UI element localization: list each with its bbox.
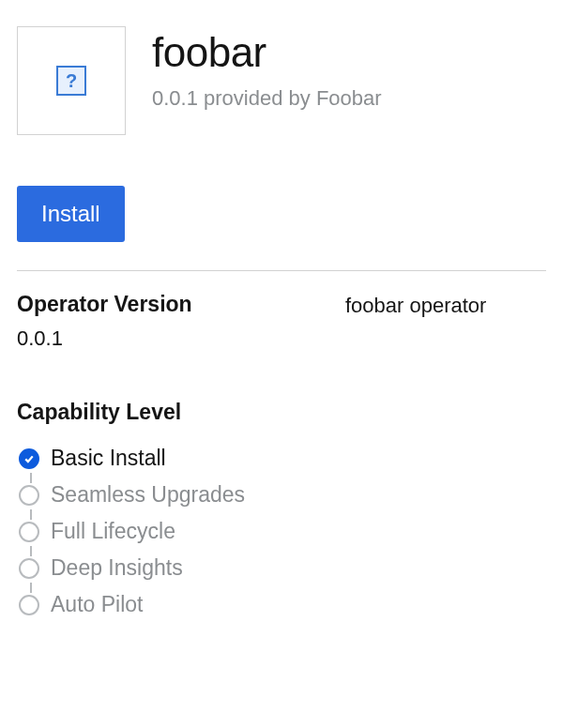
capability-level-item: Basic Install bbox=[19, 440, 327, 477]
capability-level-label: Auto Pilot bbox=[51, 592, 143, 617]
capability-connector bbox=[30, 583, 32, 593]
placeholder-glyph: ? bbox=[66, 70, 77, 92]
action-row: Install bbox=[17, 186, 546, 242]
capability-level-item: Seamless Upgrades bbox=[19, 477, 327, 513]
details-right-column: foobar operator bbox=[345, 292, 546, 623]
capability-level-label: Full Lifecycle bbox=[51, 519, 175, 544]
check-circle-icon bbox=[19, 448, 39, 469]
placeholder-image-icon: ? bbox=[56, 66, 86, 96]
capability-level-item: Full Lifecycle bbox=[19, 513, 327, 550]
circle-icon bbox=[19, 558, 39, 579]
capability-level-label: Basic Install bbox=[51, 446, 166, 471]
capability-level-heading: Capability Level bbox=[17, 400, 327, 425]
circle-icon bbox=[19, 522, 39, 542]
operator-title: foobar bbox=[152, 32, 382, 73]
capability-level-label: Deep Insights bbox=[51, 555, 183, 581]
capability-level-list: Basic InstallSeamless UpgradesFull Lifec… bbox=[17, 440, 327, 623]
divider bbox=[17, 270, 546, 271]
circle-icon bbox=[19, 485, 39, 506]
circle-icon bbox=[19, 595, 39, 615]
operator-subtitle: 0.0.1 provided by Foobar bbox=[152, 86, 382, 111]
capability-level-item: Auto Pilot bbox=[19, 586, 327, 623]
capability-connector bbox=[30, 509, 32, 520]
header: ? foobar 0.0.1 provided by Foobar bbox=[17, 26, 546, 135]
capability-level-label: Seamless Upgrades bbox=[51, 482, 245, 508]
operator-version-value: 0.0.1 bbox=[17, 326, 327, 351]
operator-version-heading: Operator Version bbox=[17, 292, 327, 317]
operator-detail-page: ? foobar 0.0.1 provided by Foobar Instal… bbox=[0, 0, 563, 640]
details-columns: Operator Version 0.0.1 Capability Level … bbox=[17, 292, 546, 623]
header-text: foobar 0.0.1 provided by Foobar bbox=[152, 26, 382, 111]
capability-level-item: Deep Insights bbox=[19, 550, 327, 586]
install-button[interactable]: Install bbox=[17, 186, 125, 242]
details-left-column: Operator Version 0.0.1 Capability Level … bbox=[17, 292, 327, 623]
operator-description: foobar operator bbox=[345, 294, 486, 317]
operator-thumbnail: ? bbox=[17, 26, 126, 135]
capability-connector bbox=[30, 473, 32, 483]
capability-connector bbox=[30, 546, 32, 556]
